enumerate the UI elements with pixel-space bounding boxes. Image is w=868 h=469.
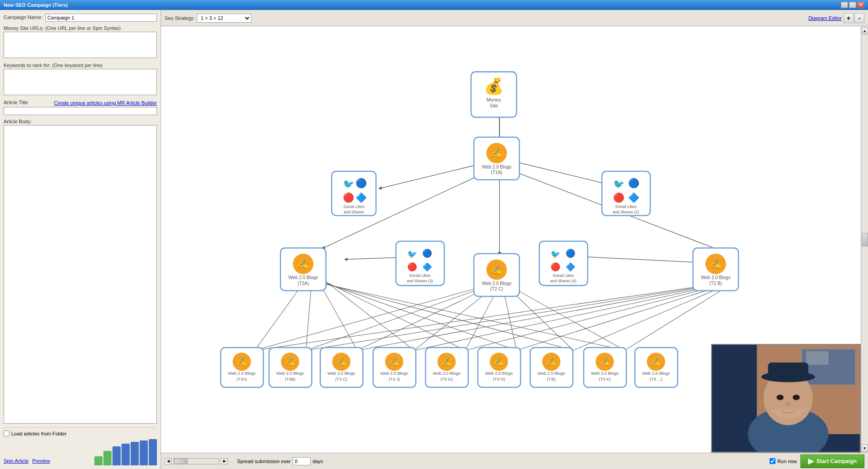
t3g-node[interactable]: ✍ Web 2.0 Blogs (T3 G) xyxy=(425,348,468,387)
scroll-thumb[interactable] xyxy=(862,233,868,247)
t3i-node[interactable]: ✍ Web 2.0 Blogs (T3I) xyxy=(530,348,573,387)
t3k-node[interactable]: ✍ Web 2.0 Blogs (T3 K) xyxy=(584,348,626,387)
right-top-bar: Seo Strategy: 1 > 3 > 12 Diagram Editor … xyxy=(161,10,868,26)
article-title-input[interactable] xyxy=(4,107,157,115)
svg-text:and Shares: and Shares xyxy=(344,210,364,214)
svg-rect-137 xyxy=(768,363,808,379)
title-bar-buttons[interactable]: _ □ ✕ xyxy=(841,2,864,8)
svg-text:💰: 💰 xyxy=(484,77,504,96)
social1-node[interactable]: 🐦 🔵 🔴 🔷 Social Likes and Shares xyxy=(332,171,376,216)
svg-text:🐦: 🐦 xyxy=(343,179,355,189)
t3b-node[interactable]: ✍ Web 2.0 Blogs (T3B) xyxy=(269,348,312,387)
campaign-name-input[interactable] xyxy=(45,14,157,22)
money-site-node[interactable]: 💰 Money Site xyxy=(471,72,517,117)
bar-chart-bar xyxy=(94,456,102,465)
svg-point-140 xyxy=(786,402,790,406)
run-now-checkbox[interactable] xyxy=(770,458,775,464)
svg-line-14 xyxy=(309,279,573,350)
svg-text:(T3A): (T3A) xyxy=(236,377,247,382)
bar-chart-bar xyxy=(122,444,130,465)
social4-node[interactable]: 🐦 🔵 🔴 🔷 Social Likes and Shares (4) xyxy=(539,241,588,285)
svg-text:Web 2.0 Blogs: Web 2.0 Blogs xyxy=(380,371,408,376)
scroll-down-button[interactable]: ▼ xyxy=(862,445,868,452)
campaign-name-label: Campaign Name: xyxy=(4,15,43,20)
svg-text:Web 2.0 Blogs: Web 2.0 Blogs xyxy=(288,275,318,280)
scroll-right-button[interactable]: ▶ xyxy=(221,458,228,464)
svg-text:✍: ✍ xyxy=(651,357,661,367)
diagram-editor-link[interactable]: Diagram Editor xyxy=(809,15,842,21)
days-input[interactable] xyxy=(293,457,311,465)
svg-text:✍: ✍ xyxy=(442,357,452,367)
maximize-button[interactable]: □ xyxy=(849,2,856,8)
preview-link[interactable]: Preview xyxy=(32,458,50,464)
t2b-node[interactable]: ✍ Web 2.0 Blogs (T2 B) xyxy=(693,248,738,290)
t3a-node[interactable]: ✍ Web 2.0 Blogs (T3A) xyxy=(221,348,263,387)
t2c-node[interactable]: ✍ Web 2.0 Blogs (T2 C) xyxy=(474,254,519,296)
minimize-button[interactable]: _ xyxy=(841,2,848,8)
svg-text:✍: ✍ xyxy=(600,357,610,367)
svg-text:🔷: 🔷 xyxy=(628,192,640,203)
left-panel: Campaign Name: Money Site URLs: (One URL… xyxy=(0,10,161,469)
svg-text:✍: ✍ xyxy=(546,357,556,367)
t3-extra-node[interactable]: ✍ Web 2.0 Blogs (T3 ...) xyxy=(635,348,678,387)
svg-text:🔷: 🔷 xyxy=(422,262,432,272)
svg-text:✍: ✍ xyxy=(285,357,295,367)
social2-node[interactable]: 🐦 🔵 🔴 🔷 Social Likes and Shares (2) xyxy=(602,171,650,216)
svg-text:(T2A): (T2A) xyxy=(297,281,309,286)
svg-text:Web 2.0 Blogs: Web 2.0 Blogs xyxy=(485,371,513,376)
seo-strategy-select[interactable]: 1 > 3 > 12 xyxy=(197,14,251,23)
load-articles-label: Load articles from Folder xyxy=(11,431,67,436)
svg-text:(T1A): (T1A) xyxy=(491,170,502,175)
play-icon: ▶ xyxy=(808,457,814,465)
start-campaign-button[interactable]: ▶ Start Campaign xyxy=(800,454,864,468)
t1a-node[interactable]: ✍ Web 2.0 Blogs (T1A) xyxy=(474,137,519,180)
right-panel: Seo Strategy: 1 > 3 > 12 Diagram Editor … xyxy=(161,10,868,469)
svg-text:(T3 ...): (T3 ...) xyxy=(650,377,663,382)
article-title-row: Article Title Create unique articles usi… xyxy=(4,100,157,115)
social3-node[interactable]: 🐦 🔵 🔴 🔷 Social Likes and Shares (3) xyxy=(396,241,444,285)
zoom-out-button[interactable]: - xyxy=(854,13,864,23)
zoom-buttons: + - xyxy=(844,13,864,23)
svg-text:✍: ✍ xyxy=(237,357,247,367)
money-site-urls-input[interactable] xyxy=(4,32,157,58)
svg-text:Web 2.0 Blogs: Web 2.0 Blogs xyxy=(327,371,355,376)
bar-chart-bar xyxy=(140,440,148,465)
days-label: days xyxy=(312,459,323,464)
diagram-area[interactable]: 💰 Money Site ✍ Web 2.0 Blogs (T1A) xyxy=(161,26,861,453)
bar-chart-bar xyxy=(149,439,157,465)
svg-text:Web 2.0 Blogs: Web 2.0 Blogs xyxy=(482,164,512,169)
svg-text:🔵: 🔵 xyxy=(566,248,575,258)
close-button[interactable]: ✕ xyxy=(857,2,864,8)
svg-text:🔴: 🔴 xyxy=(551,262,561,272)
campaign-name-row: Campaign Name: xyxy=(4,14,157,22)
svg-text:Web 2.0 Blogs: Web 2.0 Blogs xyxy=(701,275,731,280)
horizontal-scrollbar[interactable] xyxy=(174,458,219,464)
scroll-left-button[interactable]: ◀ xyxy=(165,458,172,464)
keywords-input[interactable] xyxy=(4,69,157,95)
svg-text:🔴: 🔴 xyxy=(407,262,417,272)
svg-line-18 xyxy=(357,285,494,350)
t3j-node[interactable]: ✍ Web 2.0 Blogs (T3 J) xyxy=(373,348,416,387)
t3c-node[interactable]: ✍ Web 2.0 Blogs (T3 C) xyxy=(320,348,363,387)
webcam-person xyxy=(712,345,860,452)
svg-rect-132 xyxy=(806,351,828,365)
bottom-bar: ◀ ▶ Spread submission over days Run now xyxy=(161,453,868,469)
svg-line-29 xyxy=(517,285,724,350)
scroll-up-button[interactable]: ▲ xyxy=(862,27,868,34)
svg-text:(T2 B): (T2 B) xyxy=(709,281,722,286)
zoom-in-button[interactable]: + xyxy=(844,13,853,23)
load-articles-checkbox[interactable] xyxy=(4,430,10,436)
load-articles-row: Load articles from Folder xyxy=(4,430,157,436)
mr-article-builder-link[interactable]: Create unique articles using MR Article … xyxy=(54,100,157,106)
spin-article-link[interactable]: Spin Article xyxy=(4,458,29,464)
t3h-node[interactable]: ✍ Web 2.0 Blogs (T3 H) xyxy=(478,348,521,387)
article-body-input[interactable] xyxy=(4,125,157,424)
title-bar-text: New SEO Campaign (Tiers) xyxy=(4,2,68,8)
svg-text:Social Likes: Social Likes xyxy=(615,204,637,209)
svg-text:Web 2.0 Blogs: Web 2.0 Blogs xyxy=(591,371,619,376)
svg-text:Web 2.0 Blogs: Web 2.0 Blogs xyxy=(537,371,565,376)
right-scrollbar[interactable]: ▲ ▼ xyxy=(861,26,868,453)
svg-line-17 xyxy=(306,285,491,350)
svg-text:Social Likes: Social Likes xyxy=(409,273,430,278)
t2a-node[interactable]: ✍ Web 2.0 Blogs (T2A) xyxy=(280,248,326,290)
